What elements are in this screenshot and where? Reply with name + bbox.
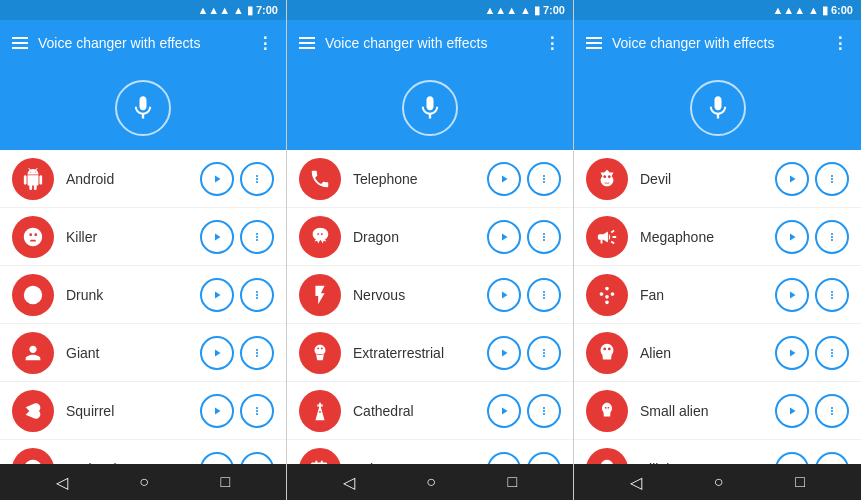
nav-back-button[interactable]: ◁ <box>56 473 68 492</box>
mic-button[interactable] <box>402 80 458 136</box>
play-button-dragon[interactable] <box>487 220 521 254</box>
effect-name-cathedral: Cathedral <box>353 403 487 419</box>
time-display: 7:00 <box>256 4 278 16</box>
effect-icon-drunk <box>12 274 54 316</box>
play-button-squirrel[interactable] <box>200 394 234 428</box>
nav-back-button[interactable]: ◁ <box>343 473 355 492</box>
effect-icon-megaphone <box>586 216 628 258</box>
more-button-giant[interactable] <box>240 336 274 370</box>
effect-item-alien: Alien <box>574 324 861 382</box>
effects-list-3: Devil Megaphone <box>574 150 861 464</box>
effect-icon-extraterrestrial <box>299 332 341 374</box>
play-button-fan[interactable] <box>775 278 809 312</box>
effect-item-telephone: Telephone <box>287 150 573 208</box>
effect-item-nervous: Nervous <box>287 266 573 324</box>
more-button-dragon[interactable] <box>527 220 561 254</box>
more-button-drunk[interactable] <box>240 278 274 312</box>
more-button-cathedral[interactable] <box>527 394 561 428</box>
more-button-killer[interactable] <box>240 220 274 254</box>
nav-back-button[interactable]: ◁ <box>630 473 642 492</box>
wifi-icon: ▲ <box>808 4 819 16</box>
effect-name-drunk: Drunk <box>66 287 200 303</box>
app-title: Voice changer with effects <box>325 35 534 51</box>
effect-icon-devil <box>586 158 628 200</box>
phone-panel-1: ▲▲▲ ▲ ▮ 7:00 Voice changer with effects … <box>0 0 287 500</box>
more-button-squirrel[interactable] <box>240 394 274 428</box>
effect-name-fan: Fan <box>640 287 775 303</box>
phone-panel-3: ▲▲▲ ▲ ▮ 6:00 Voice changer with effects … <box>574 0 861 500</box>
effect-name-dragon: Dragon <box>353 229 487 245</box>
more-button-villain[interactable] <box>815 452 849 465</box>
effect-item-drunk: Drunk <box>0 266 286 324</box>
play-button-devil[interactable] <box>775 162 809 196</box>
more-button-nervous[interactable] <box>527 278 561 312</box>
effect-name-extraterrestrial: Extraterrestrial <box>353 345 487 361</box>
more-button-extraterrestrial[interactable] <box>527 336 561 370</box>
nav-home-button[interactable]: ○ <box>139 473 149 491</box>
wifi-icon: ▲ <box>520 4 531 16</box>
nav-recent-button[interactable]: □ <box>508 473 518 491</box>
mic-button[interactable] <box>690 80 746 136</box>
play-button-giant[interactable] <box>200 336 234 370</box>
play-button-telephone[interactable] <box>487 162 521 196</box>
play-button-extraterrestrial[interactable] <box>487 336 521 370</box>
effect-item-fan: Fan <box>574 266 861 324</box>
nav-recent-button[interactable]: □ <box>221 473 231 491</box>
wifi-icon: ▲ <box>233 4 244 16</box>
effect-item-android: Android <box>0 150 286 208</box>
app-bar-2: Voice changer with effects ⋮ <box>287 20 573 66</box>
overflow-menu-icon[interactable]: ⋮ <box>544 34 561 53</box>
play-button-small-alien[interactable] <box>775 394 809 428</box>
nav-recent-button[interactable]: □ <box>795 473 805 491</box>
time-display: 7:00 <box>543 4 565 16</box>
mic-section <box>287 66 573 150</box>
effect-icon-cathedral <box>299 390 341 432</box>
play-button-drunk[interactable] <box>200 278 234 312</box>
more-button-cyborg[interactable] <box>527 452 561 465</box>
play-button-alien[interactable] <box>775 336 809 370</box>
play-button-megaphone[interactable] <box>775 220 809 254</box>
effect-name-small-alien: Small alien <box>640 403 775 419</box>
hamburger-menu-icon[interactable] <box>299 37 315 49</box>
nav-bar-2: ◁ ○ □ <box>287 464 573 500</box>
status-bar-3: ▲▲▲ ▲ ▮ 6:00 <box>574 0 861 20</box>
battery-icon: ▮ <box>822 4 828 17</box>
play-button-killer[interactable] <box>200 220 234 254</box>
hamburger-menu-icon[interactable] <box>12 37 28 49</box>
effect-item-dragon: Dragon <box>287 208 573 266</box>
play-button-android[interactable] <box>200 162 234 196</box>
more-button-megaphone[interactable] <box>815 220 849 254</box>
play-button-nervous[interactable] <box>487 278 521 312</box>
effect-item-dark-cyborg: Dark cyborg <box>0 440 286 464</box>
play-button-cyborg[interactable] <box>487 452 521 465</box>
effect-icon-android <box>12 158 54 200</box>
overflow-menu-icon[interactable]: ⋮ <box>257 34 274 53</box>
hamburger-menu-icon[interactable] <box>586 37 602 49</box>
play-button-dark-cyborg[interactable] <box>200 452 234 465</box>
effect-icon-alien <box>586 332 628 374</box>
more-button-small-alien[interactable] <box>815 394 849 428</box>
overflow-menu-icon[interactable]: ⋮ <box>832 34 849 53</box>
signal-icon: ▲▲▲ <box>772 4 805 16</box>
phone-panel-2: ▲▲▲ ▲ ▮ 7:00 Voice changer with effects … <box>287 0 574 500</box>
more-button-telephone[interactable] <box>527 162 561 196</box>
effect-item-cathedral: Cathedral <box>287 382 573 440</box>
more-button-fan[interactable] <box>815 278 849 312</box>
mic-button[interactable] <box>115 80 171 136</box>
nav-bar-3: ◁ ○ □ <box>574 464 861 500</box>
more-button-alien[interactable] <box>815 336 849 370</box>
effect-item-killer: Killer <box>0 208 286 266</box>
effect-icon-telephone <box>299 158 341 200</box>
app-title: Voice changer with effects <box>38 35 247 51</box>
nav-home-button[interactable]: ○ <box>714 473 724 491</box>
effect-name-alien: Alien <box>640 345 775 361</box>
play-button-cathedral[interactable] <box>487 394 521 428</box>
app-bar-3: Voice changer with effects ⋮ <box>574 20 861 66</box>
effect-item-villain: Villain <box>574 440 861 464</box>
nav-home-button[interactable]: ○ <box>426 473 436 491</box>
battery-icon: ▮ <box>247 4 253 17</box>
more-button-dark-cyborg[interactable] <box>240 452 274 465</box>
more-button-devil[interactable] <box>815 162 849 196</box>
play-button-villain[interactable] <box>775 452 809 465</box>
more-button-android[interactable] <box>240 162 274 196</box>
